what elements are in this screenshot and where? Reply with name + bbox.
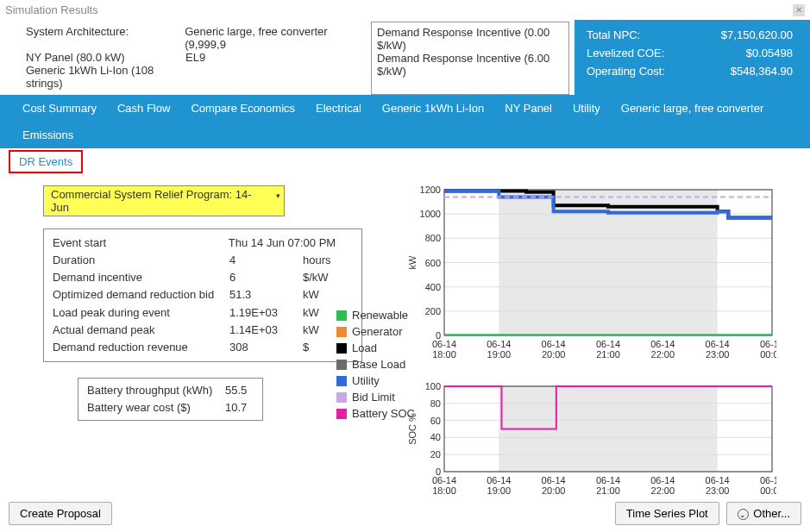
bt-key: Battery wear cost ($) bbox=[87, 399, 225, 416]
svg-text:600: 600 bbox=[425, 258, 441, 268]
legend-label: Battery SOC bbox=[352, 407, 415, 420]
coe-label: Levelized COE: bbox=[587, 45, 664, 63]
swatch-icon bbox=[336, 360, 347, 370]
swatch-icon bbox=[336, 376, 347, 386]
swatch-icon bbox=[336, 343, 347, 354]
swatch-icon bbox=[336, 310, 347, 321]
svg-text:06-14: 06-14 bbox=[650, 339, 675, 349]
tab-cash-flow[interactable]: Cash Flow bbox=[107, 95, 180, 122]
tab-emissions[interactable]: Emissions bbox=[12, 122, 84, 148]
svg-text:20: 20 bbox=[430, 449, 441, 460]
tab-bar: Cost SummaryCash FlowCompare EconomicsEl… bbox=[0, 95, 810, 148]
chevron-down-icon: ⌄ bbox=[738, 509, 749, 520]
chart-legend: RenewableGeneratorLoadBase LoadUtilityBi… bbox=[336, 309, 415, 423]
svg-text:00:00: 00:00 bbox=[760, 349, 776, 360]
et-key: Load peak during event bbox=[53, 304, 229, 322]
svg-text:1000: 1000 bbox=[420, 209, 441, 219]
svg-text:06-14: 06-14 bbox=[650, 475, 675, 485]
svg-text:80: 80 bbox=[430, 398, 441, 409]
et-key: Event start bbox=[53, 235, 229, 252]
et-key: Optimized demand reduction bid bbox=[53, 286, 229, 304]
system-architecture-panel: System Architecture: Generic large, free… bbox=[0, 20, 371, 95]
svg-text:06-14: 06-14 bbox=[596, 339, 620, 349]
soc-chart: 02040608010006-1418:0006-1419:0006-1420:… bbox=[405, 382, 800, 503]
legend-label: Utility bbox=[352, 374, 380, 387]
svg-text:06-14: 06-14 bbox=[487, 475, 511, 485]
legend-label: Renewable bbox=[352, 309, 408, 322]
et-key: Actual demand peak bbox=[53, 322, 229, 339]
battery-label: Generic 1kWh Li-Ion (108 strings) bbox=[26, 64, 185, 90]
tab-electrical[interactable]: Electrical bbox=[305, 95, 372, 122]
svg-text:18:00: 18:00 bbox=[432, 485, 456, 496]
legend-item: Renewable bbox=[336, 309, 415, 322]
tab-ny-panel[interactable]: NY Panel bbox=[494, 95, 562, 122]
npc-value: $7,150,620.00 bbox=[721, 27, 793, 45]
et-val: 51.3 bbox=[229, 286, 303, 304]
et-key: Demand reduction revenue bbox=[53, 339, 229, 356]
dr-item[interactable]: Demand Response Incentive (0.00 $/kW) bbox=[377, 26, 563, 52]
program-selector[interactable]: Commercial System Relief Program: 14-Jun… bbox=[43, 185, 285, 216]
window-title: Simulation Results bbox=[5, 3, 98, 16]
legend-item: Utility bbox=[336, 374, 415, 387]
chevron-down-icon: ▾ bbox=[276, 191, 280, 200]
swatch-icon bbox=[336, 327, 347, 337]
svg-text:20:00: 20:00 bbox=[542, 485, 566, 496]
svg-text:kW: kW bbox=[407, 255, 418, 270]
coe-value: $0.05498 bbox=[746, 45, 793, 63]
et-val: 1.19E+03 bbox=[229, 304, 303, 322]
svg-text:06-14: 06-14 bbox=[542, 339, 566, 349]
svg-text:19:00: 19:00 bbox=[487, 485, 512, 496]
et-key: Duration bbox=[53, 252, 229, 269]
legend-item: Base Load bbox=[336, 358, 415, 371]
tab-utility[interactable]: Utility bbox=[562, 95, 611, 122]
dr-incentive-list[interactable]: Demand Response Incentive (0.00 $/kW) De… bbox=[371, 22, 569, 95]
et-val: 1.14E+03 bbox=[229, 322, 303, 339]
panel-value: EL9 bbox=[185, 51, 205, 64]
bt-val: 10.7 bbox=[225, 399, 247, 416]
op-value: $548,364.90 bbox=[731, 63, 793, 81]
et-unit: hours bbox=[303, 252, 346, 269]
legend-label: Bid Limit bbox=[352, 391, 395, 404]
swatch-icon bbox=[336, 392, 347, 403]
other-label: Other... bbox=[753, 507, 790, 520]
svg-text:23:00: 23:00 bbox=[706, 349, 730, 360]
svg-text:22:00: 22:00 bbox=[651, 349, 675, 360]
et-val: Thu 14 Jun 07:00 PM bbox=[229, 235, 353, 252]
close-icon[interactable]: ✕ bbox=[793, 4, 805, 16]
svg-text:200: 200 bbox=[425, 306, 441, 316]
svg-text:06-14: 06-14 bbox=[432, 339, 456, 349]
kw-chart: 02004006008001000120006-1418:0006-1419:0… bbox=[405, 185, 800, 366]
svg-text:21:00: 21:00 bbox=[596, 485, 620, 496]
swatch-icon bbox=[336, 409, 347, 419]
bt-val: 55.5 bbox=[225, 382, 247, 399]
legend-label: Load bbox=[352, 341, 377, 354]
tab-generic-1kwh-li-ion[interactable]: Generic 1kWh Li-Ion bbox=[372, 95, 495, 122]
svg-text:1200: 1200 bbox=[420, 185, 441, 195]
create-proposal-button[interactable]: Create Proposal bbox=[9, 502, 112, 525]
dr-item[interactable]: Demand Response Incentive (6.00 $/kW) bbox=[377, 52, 563, 78]
other-button[interactable]: ⌄ Other... bbox=[726, 502, 801, 525]
svg-text:100: 100 bbox=[425, 382, 441, 391]
tab-generic-large-free-converter[interactable]: Generic large, free converter bbox=[611, 95, 774, 122]
program-selected: Commercial System Relief Program: 14-Jun bbox=[51, 188, 252, 214]
tab-cost-summary[interactable]: Cost Summary bbox=[12, 95, 107, 122]
time-series-plot-button[interactable]: Time Series Plot bbox=[615, 502, 719, 525]
svg-text:400: 400 bbox=[425, 282, 441, 292]
svg-text:06-14: 06-14 bbox=[706, 339, 730, 349]
arch-label: System Architecture: bbox=[26, 25, 185, 51]
et-val: 6 bbox=[229, 269, 303, 286]
npc-label: Total NPC: bbox=[587, 27, 640, 45]
svg-text:22:00: 22:00 bbox=[651, 485, 675, 496]
tab-compare-economics[interactable]: Compare Economics bbox=[180, 95, 305, 122]
svg-text:60: 60 bbox=[430, 416, 441, 426]
svg-text:06-15: 06-15 bbox=[760, 339, 776, 349]
legend-item: Generator bbox=[336, 325, 415, 338]
legend-item: Bid Limit bbox=[336, 391, 415, 404]
tab-dr-events[interactable]: DR Events bbox=[9, 150, 83, 173]
svg-text:06-14: 06-14 bbox=[542, 475, 566, 485]
battery-table: Battery throughput (kWh)55.5 Battery wea… bbox=[78, 378, 263, 421]
svg-text:20:00: 20:00 bbox=[542, 349, 566, 360]
svg-text:40: 40 bbox=[430, 432, 441, 442]
legend-item: Battery SOC bbox=[336, 407, 415, 420]
arch-value: Generic large, free converter (9,999,9 bbox=[185, 25, 371, 51]
